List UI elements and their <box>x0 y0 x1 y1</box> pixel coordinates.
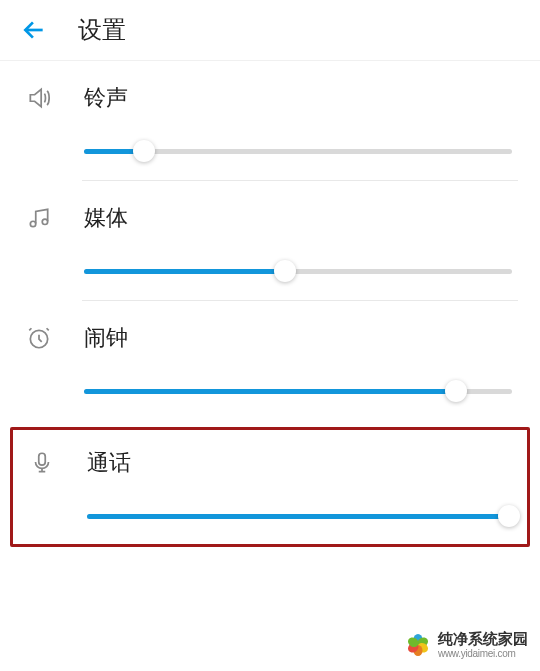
media-label: 媒体 <box>84 203 128 233</box>
clock-icon <box>24 323 54 353</box>
svg-point-0 <box>30 221 35 226</box>
watermark: 纯净系统家园 www.yidaimei.com <box>404 631 528 659</box>
speaker-icon <box>24 83 54 113</box>
slider-thumb[interactable] <box>445 380 467 402</box>
ringtone-label: 铃声 <box>84 83 128 113</box>
watermark-url: www.yidaimei.com <box>438 648 528 659</box>
ringtone-label-row: 铃声 <box>22 83 518 113</box>
svg-point-1 <box>42 219 47 224</box>
alarm-slider[interactable] <box>84 381 512 401</box>
call-label-row: 通话 <box>25 448 515 478</box>
slider-thumb[interactable] <box>133 140 155 162</box>
ringtone-row: 铃声 <box>10 61 530 181</box>
media-slider[interactable] <box>84 261 512 281</box>
call-slider[interactable] <box>87 506 509 526</box>
svg-rect-3 <box>39 453 46 465</box>
microphone-icon <box>27 448 57 478</box>
slider-fill <box>84 269 285 274</box>
highlight-annotation: 通话 <box>10 427 530 547</box>
back-button[interactable] <box>20 16 48 44</box>
volume-settings-list: 铃声 媒体 <box>0 61 540 421</box>
slider-fill <box>87 514 509 519</box>
arrow-left-icon <box>21 17 47 43</box>
page-title: 设置 <box>78 14 126 46</box>
slider-track <box>84 269 512 274</box>
call-label: 通话 <box>87 448 131 478</box>
media-label-row: 媒体 <box>22 203 518 233</box>
call-row: 通话 <box>13 430 527 544</box>
slider-fill <box>84 389 456 394</box>
slider-thumb[interactable] <box>274 260 296 282</box>
slider-track <box>87 514 509 519</box>
alarm-label: 闹钟 <box>84 323 128 353</box>
watermark-name: 纯净系统家园 <box>438 631 528 648</box>
ringtone-slider[interactable] <box>84 141 512 161</box>
header-bar: 设置 <box>0 0 540 61</box>
alarm-label-row: 闹钟 <box>22 323 518 353</box>
alarm-row: 闹钟 <box>10 301 530 421</box>
flower-logo-icon <box>404 631 432 659</box>
media-row: 媒体 <box>10 181 530 301</box>
slider-thumb[interactable] <box>498 505 520 527</box>
watermark-text: 纯净系统家园 www.yidaimei.com <box>438 631 528 659</box>
music-note-icon <box>24 203 54 233</box>
